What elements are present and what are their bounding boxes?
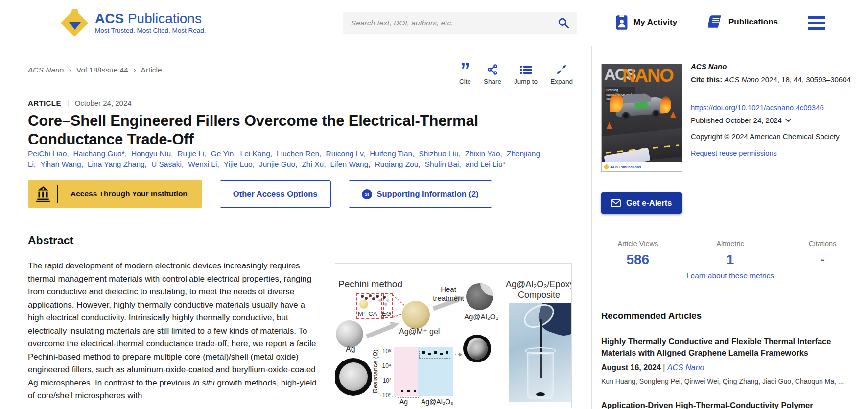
author-link[interactable]: PeiChi Liao,: [28, 149, 69, 158]
button-divider: [57, 185, 58, 203]
menu-button[interactable]: [808, 16, 825, 30]
author-list: PeiChi Liao,Haichang Guo*,Hongyu Niu,Rui…: [28, 148, 562, 169]
logo-tagline: Most Trusted. Most Cited. Most Read.: [95, 27, 206, 34]
copyright-text: Copyright © 2024 American Chemical Socie…: [691, 132, 862, 141]
other-access-button[interactable]: Other Access Options: [220, 180, 331, 208]
breadcrumb-issue[interactable]: Vol 18/Issue 44: [76, 66, 128, 74]
author-link[interactable]: Hongyu Niu,: [131, 149, 173, 158]
gel-sphere: [402, 301, 430, 329]
search-button[interactable]: [550, 12, 577, 34]
author-link[interactable]: U Sasaki,: [151, 160, 184, 168]
search-input[interactable]: [343, 12, 550, 34]
recommended-article-title[interactable]: Highly Thermally Conductive and Flexible…: [601, 336, 831, 359]
author-link[interactable]: Yihan Wang,: [40, 160, 83, 168]
author-link[interactable]: Lina Yang Zhang,: [88, 160, 147, 168]
envelope-icon: [611, 199, 621, 207]
publications-label: Publications: [728, 17, 778, 27]
nav-my-activity[interactable]: My Activity: [615, 15, 677, 30]
plot-ytick: 10⁴: [380, 362, 391, 369]
share-label: Share: [484, 78, 501, 85]
acs-mini-diamond-icon: [603, 164, 610, 170]
article-sidebar: ACS NANO Defining nanoscience and nanote…: [591, 46, 868, 409]
author-link[interactable]: Lifen Wang,: [330, 160, 370, 168]
plot-ytick: 10⁰: [380, 392, 391, 399]
author-link[interactable]: Haichang Guo*,: [73, 149, 127, 158]
supporting-info-button[interactable]: SI Supporting Information (2): [349, 180, 492, 208]
chevron-down-icon: [785, 119, 791, 122]
ag-sphere: [336, 320, 363, 348]
learn-metrics-link[interactable]: Learn about these metrics: [592, 271, 868, 280]
jump-to-label: Jump to: [514, 78, 538, 85]
recommended-heading: Recommended Articles: [601, 311, 702, 321]
jump-to-button[interactable]: Jump to: [514, 63, 538, 85]
author-link[interactable]: Ge Yin,: [211, 149, 236, 158]
flame-shape: [610, 93, 623, 112]
author-link[interactable]: Huifeng Tian,: [370, 149, 414, 158]
cite-button[interactable]: ” Cite: [459, 63, 471, 85]
resistance-plot: [394, 347, 453, 396]
get-ealerts-label: Get e-Alerts: [626, 198, 672, 208]
author-link[interactable]: Ruijie Li,: [177, 149, 206, 158]
share-button[interactable]: Share: [484, 63, 501, 85]
publication-date: October 24, 2024: [75, 99, 132, 107]
my-activity-icon: [615, 15, 629, 30]
recommended-journal-link[interactable]: ACS Nano: [667, 363, 704, 372]
author-link[interactable]: Zhixin Yao,: [465, 149, 502, 158]
author-link[interactable]: Junjie Guo,: [259, 160, 297, 168]
ag-label: Ag: [346, 345, 355, 354]
author-link[interactable]: Ruicong Lv,: [326, 149, 365, 158]
breadcrumb-journal[interactable]: ACS Nano: [28, 66, 64, 74]
author-link[interactable]: Liuchen Ren,: [277, 149, 321, 158]
breadcrumb: ACS Nano › Vol 18/Issue 44 › Article: [28, 65, 162, 75]
logo-publications: Publications: [128, 11, 202, 26]
expand-icon: [556, 63, 567, 76]
author-link[interactable]: Ruqiang Zou,: [375, 160, 421, 168]
search-icon: [557, 17, 570, 29]
author-link[interactable]: Shizhuo Liu,: [419, 149, 461, 158]
published-date-dropdown[interactable]: Published October 24, 2024: [691, 116, 862, 124]
author-link[interactable]: Wenxi Li,: [188, 160, 219, 168]
author-link[interactable]: Shulin Bai,: [425, 160, 461, 168]
meta-separator: |: [67, 99, 69, 107]
author-link[interactable]: Zhi Xu,: [302, 160, 326, 168]
supporting-info-label: Supporting Information (2): [377, 190, 479, 199]
book-icon: [708, 15, 724, 29]
recommended-article-meta: August 16, 2024 | ACS Nano: [601, 363, 704, 372]
search-bar: [343, 12, 577, 34]
abstract-heading: Abstract: [28, 234, 73, 247]
plot-ytick: 10²: [380, 377, 391, 384]
journal-cover[interactable]: ACS NANO Defining nanoscience and nanote…: [601, 64, 682, 172]
expand-button[interactable]: Expand: [550, 63, 573, 85]
abstract-text: The rapid development of modern electron…: [28, 260, 320, 403]
coated-sphere: [466, 283, 493, 310]
graphical-abstract[interactable]: Pechini method M⁺ CA EG Ag Ag@M⁺ gel Hea…: [335, 263, 572, 408]
composite-label: Ag@Al₂O₃/Epoxy Composite: [506, 279, 572, 300]
menu-icon: [808, 16, 825, 19]
access-institution-button[interactable]: Access Through Your Institution: [28, 180, 202, 208]
cite-journal-italic: ACS Nano: [724, 75, 759, 84]
citation-block: ACS Nano Cite this: ACS Nano 2024, 18, 4…: [691, 62, 862, 157]
cover-footer: ACS Publications: [602, 162, 682, 171]
author-link[interactable]: Lei Kang,: [240, 149, 273, 158]
mca-label: M⁺ CA: [358, 310, 377, 317]
recommended-article-title[interactable]: Application-Driven High-Thermal-Conducti…: [601, 400, 831, 409]
cite-volume-pages: 2024, 18, 44, 30593–30604: [761, 75, 851, 84]
resistance-plot-points: [394, 347, 453, 396]
gel-label: Ag@M⁺ gel: [399, 327, 440, 336]
author-link[interactable]: and Lei Liu*: [466, 160, 506, 168]
eg-label: EG: [382, 310, 391, 317]
author-link[interactable]: Yijie Luo,: [224, 160, 255, 168]
nav-publications[interactable]: Publications: [708, 15, 778, 29]
article-title: Core–Shell Engineered Fillers Overcome t…: [28, 112, 571, 149]
abstract-italic: in situ: [193, 378, 214, 387]
quote-icon: ”: [460, 63, 470, 76]
acs-logo[interactable]: ACS Publications Most Trusted. Most Cite…: [61, 8, 206, 37]
reuse-permissions-link[interactable]: Request reuse permissions: [691, 149, 862, 157]
get-ealerts-button[interactable]: Get e-Alerts: [601, 192, 682, 214]
metal-ion-dot: [359, 300, 368, 309]
list-icon: [519, 63, 532, 76]
article-type: ARTICLE: [28, 99, 61, 107]
plot-xtick-coated: Ag@Al₂O₃: [421, 398, 453, 406]
heat-treatment-label: Heat treatment: [431, 285, 466, 303]
doi-link[interactable]: https://doi.org/10.1021/acsnano.4c09346: [691, 103, 862, 112]
